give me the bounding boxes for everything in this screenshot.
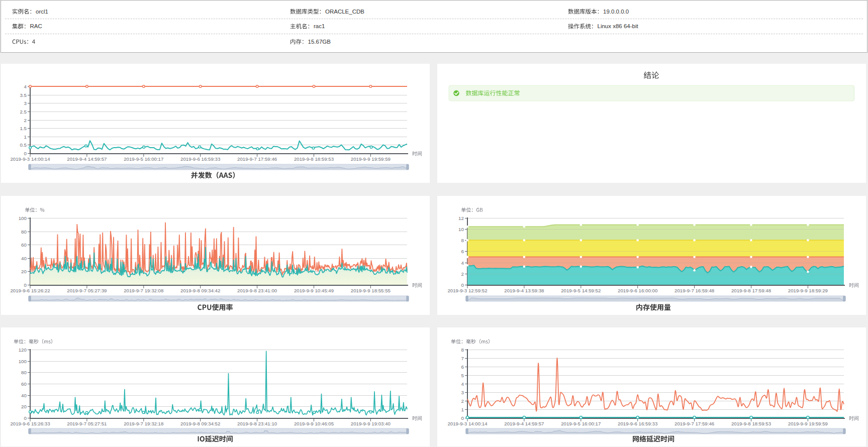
svg-text:0: 0 bbox=[24, 151, 27, 156]
svg-text:3: 3 bbox=[461, 390, 464, 395]
svg-text:2019-9-5 16:00:17: 2019-9-5 16:00:17 bbox=[124, 156, 163, 162]
svg-text:60: 60 bbox=[21, 381, 27, 387]
svg-text:2019-9-7 19:32:18: 2019-9-7 19:32:18 bbox=[124, 421, 163, 426]
svg-text:20: 20 bbox=[21, 269, 27, 274]
svg-text:2019-9-3 14:00:14: 2019-9-3 14:00:14 bbox=[10, 156, 50, 162]
svg-text:60: 60 bbox=[21, 242, 27, 248]
svg-text:2: 2 bbox=[461, 398, 464, 404]
svg-text:0: 0 bbox=[461, 282, 464, 288]
svg-text:8: 8 bbox=[461, 238, 464, 243]
svg-text:0: 0 bbox=[24, 282, 27, 288]
svg-text:3.5: 3.5 bbox=[20, 92, 27, 98]
svg-text:2019-9-8 09:34:52: 2019-9-8 09:34:52 bbox=[180, 421, 220, 426]
svg-text:2019-9-8 18:59:53: 2019-9-8 18:59:53 bbox=[731, 421, 771, 426]
svg-text:2019-9-6 15:26:33: 2019-9-6 15:26:33 bbox=[10, 421, 50, 426]
svg-text:100: 100 bbox=[19, 215, 27, 221]
svg-text:2019-9-7 19:32:08: 2019-9-7 19:32:08 bbox=[124, 288, 163, 293]
svg-text:80: 80 bbox=[21, 229, 27, 235]
svg-text:2019-9-5 14:59:52: 2019-9-5 14:59:52 bbox=[561, 288, 601, 293]
svg-text:2019-9-4 13:59:38: 2019-9-4 13:59:38 bbox=[504, 288, 544, 293]
svg-text:2019-9-4 14:59:57: 2019-9-4 14:59:57 bbox=[67, 156, 107, 162]
svg-text:6: 6 bbox=[461, 364, 464, 370]
svg-text:10: 10 bbox=[458, 227, 464, 232]
svg-text:4: 4 bbox=[461, 260, 464, 266]
svg-text:2019-9-7 17:59:46: 2019-9-7 17:59:46 bbox=[237, 156, 277, 162]
svg-text:2019-9-8 23:41:10: 2019-9-8 23:41:10 bbox=[237, 421, 277, 426]
svg-text:4: 4 bbox=[24, 84, 27, 89]
svg-text:2: 2 bbox=[24, 118, 27, 123]
svg-text:2019-9-6 16:59:33: 2019-9-6 16:59:33 bbox=[180, 156, 220, 162]
svg-text:0: 0 bbox=[461, 415, 464, 421]
svg-text:100: 100 bbox=[19, 359, 27, 364]
svg-text:2019-9-5 16:00:17: 2019-9-5 16:00:17 bbox=[561, 421, 601, 426]
svg-text:0: 0 bbox=[24, 415, 27, 421]
svg-text:2019-9-9 10:46:05: 2019-9-9 10:46:05 bbox=[294, 421, 334, 426]
svg-text:2019-9-9 18:55:55: 2019-9-9 18:55:55 bbox=[351, 288, 391, 293]
svg-text:0.5: 0.5 bbox=[20, 142, 27, 148]
svg-text:40: 40 bbox=[21, 393, 27, 398]
svg-text:6: 6 bbox=[461, 249, 464, 254]
svg-text:2019-9-8 18:59:53: 2019-9-8 18:59:53 bbox=[294, 156, 334, 162]
svg-text:1.5: 1.5 bbox=[20, 126, 27, 131]
svg-text:80: 80 bbox=[21, 370, 27, 375]
svg-text:40: 40 bbox=[21, 256, 27, 261]
svg-text:2: 2 bbox=[461, 271, 464, 277]
svg-text:2019-9-8 09:34:42: 2019-9-8 09:34:42 bbox=[180, 288, 220, 293]
svg-text:2019-9-6 16:59:33: 2019-9-6 16:59:33 bbox=[618, 421, 657, 426]
svg-text:2019-9-9 19:03:40: 2019-9-9 19:03:40 bbox=[351, 421, 391, 426]
svg-text:120: 120 bbox=[19, 347, 27, 353]
svg-text:2019-9-7 17:59:46: 2019-9-7 17:59:46 bbox=[674, 421, 714, 426]
svg-text:2019-9-8 23:41:00: 2019-9-8 23:41:00 bbox=[237, 288, 277, 293]
svg-text:7: 7 bbox=[461, 356, 464, 361]
svg-text:2019-9-6 16:00:00: 2019-9-6 16:00:00 bbox=[618, 288, 658, 293]
svg-text:5: 5 bbox=[461, 373, 464, 378]
svg-text:12: 12 bbox=[458, 215, 464, 221]
svg-text:2019-9-3 14:00:14: 2019-9-3 14:00:14 bbox=[447, 421, 488, 426]
svg-text:2019-9-7 05:27:39: 2019-9-7 05:27:39 bbox=[67, 288, 107, 293]
svg-text:3: 3 bbox=[24, 100, 27, 106]
svg-text:2019-9-9 18:59:29: 2019-9-9 18:59:29 bbox=[788, 288, 828, 293]
svg-text:1: 1 bbox=[461, 407, 464, 412]
svg-text:2019-9-7 05:27:51: 2019-9-7 05:27:51 bbox=[67, 421, 107, 426]
svg-text:8: 8 bbox=[461, 347, 464, 353]
svg-text:4: 4 bbox=[461, 381, 464, 387]
svg-text:1: 1 bbox=[24, 134, 27, 140]
svg-text:2019-9-6 15:26:22: 2019-9-6 15:26:22 bbox=[10, 288, 50, 293]
svg-text:2019-9-4 14:59:57: 2019-9-4 14:59:57 bbox=[504, 421, 544, 426]
svg-text:2019-9-7 16:59:48: 2019-9-7 16:59:48 bbox=[674, 288, 714, 293]
svg-text:20: 20 bbox=[21, 404, 27, 409]
svg-text:2.5: 2.5 bbox=[20, 109, 27, 115]
svg-text:2019-9-3 12:59:52: 2019-9-3 12:59:52 bbox=[447, 288, 487, 293]
svg-text:2019-9-9 10:45:49: 2019-9-9 10:45:49 bbox=[294, 288, 334, 293]
svg-text:2019-9-9 19:59:59: 2019-9-9 19:59:59 bbox=[351, 156, 391, 162]
svg-text:2019-9-9 19:59:59: 2019-9-9 19:59:59 bbox=[788, 421, 828, 426]
svg-text:2019-9-8 17:59:48: 2019-9-8 17:59:48 bbox=[731, 288, 771, 293]
